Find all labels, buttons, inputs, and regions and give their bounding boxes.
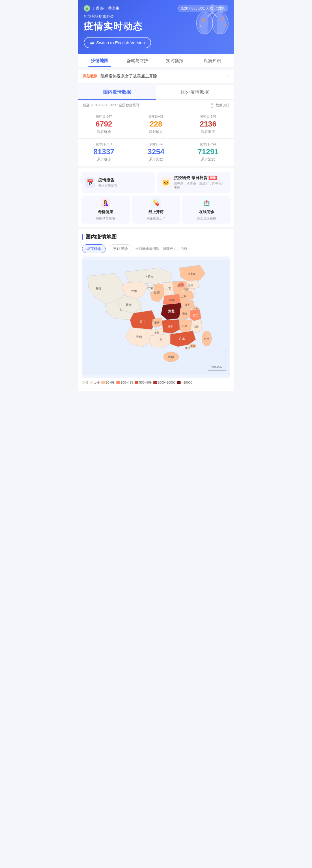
- china-map-container: 新疆 西藏 内蒙古 黑龙江 吉林 辽宁 甘肃 青海 宁夏: [82, 256, 230, 378]
- news-arrow-icon: ›: [228, 74, 229, 79]
- map-section: 国内疫情地图 现存确诊 累计确诊 当前确诊病例数（排除死亡、治愈） 新疆 西藏 …: [78, 229, 234, 391]
- tab-disease-knowledge[interactable]: 疾病知识: [193, 54, 231, 67]
- service-supplies[interactable]: 🐱 抗疫物资 每日补货 限量 消毒剂、洗手液、温度计，库存每日更新: [157, 172, 230, 193]
- section-title-bar: [82, 234, 83, 240]
- legend-5: 1000~10000: [153, 381, 175, 384]
- stat-imported: 较昨日+39 228 境外输入: [130, 111, 182, 138]
- legend-dot-2: [101, 381, 105, 384]
- view-count: 3,207,683,801 人次已浏览: [177, 5, 228, 12]
- service-online-pharmacy[interactable]: 💊 线上开药 快递送货上门: [132, 195, 180, 224]
- legend-1: 1~9: [90, 381, 100, 384]
- service-icon-report: 📅: [85, 177, 95, 188]
- svg-text:甘肃: 甘肃: [131, 289, 137, 292]
- data-section: 国内疫情数据 国外疫情数据 截至 2020-03-20 16:37 全国数据统计…: [78, 85, 234, 166]
- tab-overseas-data[interactable]: 国外疫情数据: [156, 85, 234, 100]
- svg-text:北京: 北京: [179, 284, 184, 286]
- switch-icon: ⇄: [90, 40, 94, 45]
- svg-text:河南: 河南: [169, 299, 175, 302]
- filter-total-confirmed[interactable]: 累计确诊: [108, 244, 132, 253]
- help-icon: ?: [210, 103, 214, 108]
- legend-2: 10~99: [101, 381, 115, 384]
- data-help[interactable]: ? 数据说明: [210, 103, 229, 108]
- filter-active-confirmed[interactable]: 现存确诊: [82, 244, 106, 253]
- brand-logo: ✿ 丁香园·丁香医生: [84, 5, 119, 11]
- news-tag: 深刻教训: [83, 74, 98, 79]
- map-section-title: 国内疫情地图: [82, 234, 230, 240]
- service-desc-supplies: 消毒剂、洗手液、温度计，库存每日更新: [174, 181, 227, 190]
- stat-total-confirmed: 较昨日+101 81337 累计确诊: [78, 138, 130, 166]
- svg-text:南海诸岛: 南海诸岛: [212, 366, 222, 369]
- svg-text:江西: 江西: [182, 324, 187, 327]
- legend-dot-1: [90, 381, 93, 384]
- tab-epidemic-map[interactable]: 疫情地图: [81, 54, 119, 67]
- svg-text:福建: 福建: [193, 325, 199, 328]
- legend-6: >10000: [177, 381, 192, 384]
- svg-text:黑龙江: 黑龙江: [188, 272, 195, 275]
- news-bar[interactable]: 深刻教训 隐瞒发热返京女子被美雇主开除 ›: [78, 70, 234, 83]
- service-title-report: 疫情报告: [98, 178, 117, 183]
- legend-3: 100~499: [117, 381, 133, 384]
- brand-name: 丁香园·丁香医生: [92, 6, 119, 11]
- china-map-svg: 新疆 西藏 内蒙古 黑龙江 吉林 辽宁 甘肃 青海 宁夏: [82, 256, 230, 378]
- tab-domestic-data[interactable]: 国内疫情数据: [78, 85, 156, 100]
- header-banner: ✿ 丁香园·丁香医生 3,207,683,801 人次已浏览 新型冠状病毒肺炎 …: [78, 0, 234, 54]
- svg-text:吉林: 吉林: [188, 284, 193, 287]
- svg-text:陕西: 陕西: [154, 291, 160, 294]
- services-bottom: 🤱 母婴健康 在家孕育指南 💊 线上开药 快递送货上门 🏥 在线问诊 湖北地区免…: [78, 193, 234, 227]
- svg-text:贵州: 贵州: [154, 331, 159, 334]
- svg-text:山东: 山东: [181, 295, 186, 298]
- svg-text:内蒙古: 内蒙古: [145, 275, 153, 278]
- service-title-supplies: 抗疫物资 每日补货 限量: [174, 175, 227, 181]
- stat-delta-1: 较昨日+39: [133, 114, 179, 119]
- stats-grid: 较昨日-647 6792 现存确诊 较昨日+39 228 境外输入 较昨日-17…: [78, 111, 234, 166]
- data-tabs: 国内疫情数据 国外疫情数据: [78, 85, 234, 100]
- svg-text:江苏: 江苏: [185, 303, 190, 306]
- nav-tabs: 疫情地图 辟谣与防护 实时播报 疾病知识: [78, 54, 234, 67]
- svg-point-7: [200, 25, 201, 27]
- stat-total-deaths: 较昨日+4 3254 累计死亡: [130, 138, 182, 166]
- svg-text:浙江: 浙江: [193, 314, 198, 317]
- service-desc-maternal: 在家孕育指南: [96, 216, 115, 221]
- switch-label: Switch to English Version: [96, 40, 145, 45]
- tab-realtime[interactable]: 实时播报: [156, 54, 193, 67]
- stat-label-2: 现存重症: [185, 129, 231, 134]
- stat-number-4: 3254: [133, 148, 179, 156]
- service-online-consultation[interactable]: 🏥 在线问诊 湖北地区免费: [182, 195, 230, 224]
- stat-label-0: 现存确诊: [81, 129, 127, 134]
- switch-language-button[interactable]: ⇄ Switch to English Version: [84, 37, 151, 48]
- stat-number-0: 6792: [81, 120, 127, 128]
- svg-text:香港: 香港: [191, 345, 195, 348]
- svg-point-5: [221, 18, 224, 20]
- svg-text:广西: 广西: [157, 339, 162, 342]
- stat-delta-2: 较昨日-178: [185, 114, 231, 119]
- map-legend: 0 1~9 10~99 100~499 500~999 1000~10000 >…: [82, 378, 230, 387]
- stat-delta-0: 较昨日-647: [81, 114, 127, 119]
- stat-number-5: 71291: [185, 148, 231, 156]
- service-desc-pharmacy: 快递送货上门: [147, 216, 165, 221]
- stat-delta-3: 较昨日+101: [81, 142, 127, 147]
- service-title-maternal: 母婴健康: [98, 209, 113, 215]
- service-title-consultation: 在线问诊: [199, 209, 214, 215]
- stat-number-1: 228: [133, 120, 179, 128]
- svg-text:云南: 云南: [136, 335, 142, 338]
- service-badge-limited: 限量: [209, 176, 217, 180]
- legend-dot-3: [117, 381, 120, 384]
- svg-text:湖南: 湖南: [167, 325, 173, 328]
- svg-text:山西: 山西: [165, 287, 171, 290]
- service-icon-consultation: 🏥: [202, 198, 211, 208]
- service-icon-maternal: 🤱: [101, 198, 110, 208]
- legend-dot-4: [135, 381, 138, 384]
- stat-number-2: 2136: [185, 120, 231, 128]
- brand-logo-icon: ✿: [84, 5, 90, 11]
- service-maternal-health[interactable]: 🤱 母婴健康 在家孕育指南: [82, 195, 130, 224]
- tab-rumor-protection[interactable]: 辟谣与防护: [119, 54, 156, 67]
- svg-text:重庆: 重庆: [154, 321, 159, 324]
- svg-text:安徽: 安徽: [182, 312, 187, 315]
- svg-text:四川: 四川: [139, 320, 145, 323]
- svg-point-8: [225, 24, 227, 26]
- stat-active-confirmed: 较昨日-647 6792 现存确诊: [78, 111, 130, 138]
- legend-4: 500~999: [135, 381, 152, 384]
- service-desc-consultation: 湖北地区免费: [197, 216, 216, 221]
- svg-text:新疆: 新疆: [96, 287, 101, 290]
- service-epidemic-report[interactable]: 📅 疫情报告 每周五晚发布: [82, 172, 155, 193]
